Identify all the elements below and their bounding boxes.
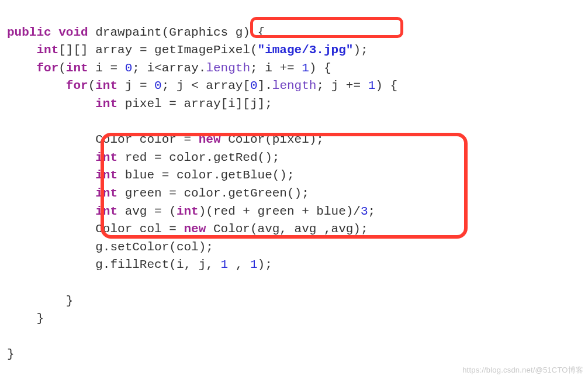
code-line-10: int green = color.getGreen(); <box>7 187 309 200</box>
code-line-12: Color col = new Color(avg, avg ,avg); <box>7 222 368 236</box>
watermark-text: https://blog.csdn.net/@51CTO博客 <box>462 365 583 375</box>
brace-close: } <box>7 347 15 361</box>
kw-void: void <box>58 26 88 39</box>
code-block: public void drawpaint(Graphics g) { int[… <box>7 6 397 364</box>
field-length: length <box>206 61 250 75</box>
string-literal: "image/3.jpg" <box>258 43 354 57</box>
code-line-13: g.setColor(col); <box>7 240 213 254</box>
kw-int: int <box>36 43 58 57</box>
method-name: drawpaint <box>95 26 161 39</box>
type-Graphics: Graphics <box>169 26 228 39</box>
code-line-2: int[][] array = getImagePixel("image/3.j… <box>7 43 368 57</box>
code-line-17: } <box>7 312 44 325</box>
code-line-3: for(int i = 0; i<array.length; i += 1) { <box>7 61 331 75</box>
code-line-14: g.fillRect(i, j, 1 , 1); <box>7 258 272 271</box>
code-line-11: int avg = (int)(red + green + blue)/3; <box>7 205 375 218</box>
code-line-18 <box>7 330 15 343</box>
kw-public: public <box>7 26 51 39</box>
brace-close: } <box>66 294 74 308</box>
code-line-7: Color color = new Color(pixel); <box>7 133 324 146</box>
kw-new: new <box>199 133 221 146</box>
type-Color: Color <box>95 133 132 146</box>
code-line-8: int red = color.getRed(); <box>7 151 279 164</box>
brace-close: } <box>36 312 44 325</box>
code-line-9: int blue = color.getBlue(); <box>7 168 295 182</box>
code-line-4: for(int j = 0; j < array[0].length; j +=… <box>7 79 397 92</box>
kw-for: for <box>36 61 58 75</box>
code-line-6 <box>7 115 15 129</box>
code-line-5: int pixel = array[i][j]; <box>7 97 272 111</box>
code-line-19: } <box>7 347 15 361</box>
code-line-16: } <box>7 294 73 308</box>
code-line-1: public void drawpaint(Graphics g) { <box>7 26 265 39</box>
code-line-15 <box>7 276 15 290</box>
